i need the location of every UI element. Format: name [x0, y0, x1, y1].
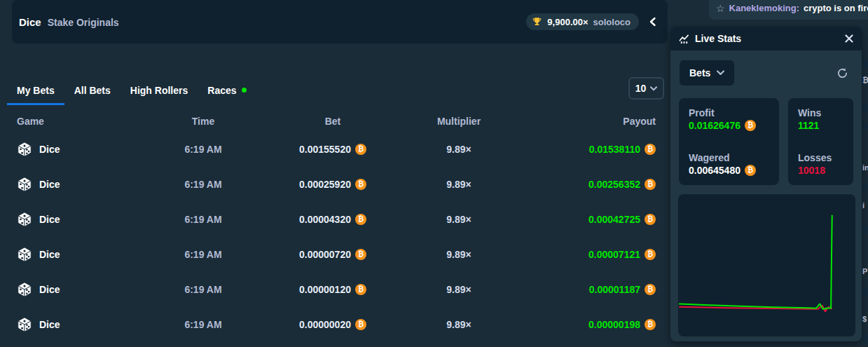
stats-mode-select[interactable]: Bets — [680, 60, 734, 86]
table-body: Dice 6:19 AM 0.00155520 ₿ 9.89× 0.015381… — [0, 132, 669, 342]
breadcrumb: Dice Stake Originals — [19, 16, 119, 28]
live-stats-header[interactable]: Live Stats — [670, 27, 862, 50]
page-title: Dice — [19, 16, 41, 28]
bet-time: 6:19 AM — [119, 144, 287, 155]
payout-amount: 0.00042725 — [588, 214, 640, 225]
chat-bubble-fragment — [862, 123, 868, 130]
tab-all-bets[interactable]: All Bets — [64, 78, 120, 105]
rows-per-page-select[interactable]: 10 — [628, 77, 664, 100]
profit-wagered-card: Profit 0.01626476 ₿ Wagered 0.00645480 ₿ — [679, 98, 779, 185]
tab-high-rollers[interactable]: High Rollers — [120, 78, 198, 105]
wins-value: 1121 — [798, 120, 843, 131]
bitcoin-icon: ₿ — [645, 249, 656, 260]
bet-multiplier: 9.89× — [378, 144, 539, 155]
stats-cards: Profit 0.01626476 ₿ Wagered 0.00645480 ₿ — [679, 98, 853, 185]
star-icon: ☆ — [716, 3, 725, 14]
win-multiplier: 9,900.00× — [547, 17, 588, 27]
chevron-down-icon — [717, 70, 724, 76]
table-row[interactable]: Dice 6:19 AM 0.00155520 ₿ 9.89× 0.015381… — [0, 132, 669, 167]
bet-amount: 0.00000720 — [299, 249, 351, 260]
bitcoin-icon: ₿ — [645, 284, 656, 295]
payout-amount: 0.01538110 — [589, 144, 640, 155]
trophy-icon — [532, 17, 542, 27]
stake-dice-page: Dice Stake Originals 9,900.00× sololoco — [0, 0, 868, 347]
bet-multiplier: 9.89× — [378, 249, 539, 260]
table-row[interactable]: Dice 6:19 AM 0.00004320 ₿ 9.89× 0.000427… — [0, 202, 669, 237]
dice-icon — [17, 247, 32, 262]
losses-label: Losses — [798, 152, 843, 163]
chat-text: crypto is on fire — [804, 3, 868, 13]
bet-time: 6:19 AM — [119, 249, 287, 260]
chat-text-fragment: ₿ — [862, 76, 868, 93]
reset-stats-icon[interactable] — [836, 67, 848, 79]
bitcoin-icon: ₿ — [645, 144, 656, 155]
win-username: sololoco — [593, 17, 631, 27]
col-bet: Bet — [287, 116, 378, 127]
bitcoin-icon: ₿ — [645, 214, 656, 225]
dice-icon — [17, 142, 32, 157]
live-stats-icon — [679, 34, 689, 44]
table-row[interactable]: Dice 6:19 AM 0.00000120 ₿ 9.89× 0.000011… — [0, 272, 669, 307]
bets-tabs: My Bets All Bets High Rollers Races — [7, 77, 256, 105]
bitcoin-icon: ₿ — [355, 179, 366, 190]
profit-value: 0.01626476 — [689, 120, 740, 131]
bitcoin-icon: ₿ — [745, 120, 756, 131]
game-name: Dice — [39, 319, 60, 330]
tab-my-bets[interactable]: My Bets — [7, 78, 64, 105]
bitcoin-icon: ₿ — [355, 214, 366, 225]
chat-message[interactable]: ☆ Kaneklemoking: crypto is on fire — [709, 0, 868, 20]
provider-link[interactable]: Stake Originals — [48, 17, 119, 28]
chat-bubble-fragment — [862, 226, 868, 234]
bet-time: 6:19 AM — [119, 319, 287, 330]
collapse-chevron-icon[interactable] — [649, 17, 656, 27]
table-row[interactable]: Dice 6:19 AM 0.00025920 ₿ 9.89× 0.002563… — [0, 167, 669, 202]
chat-bubble-fragment — [862, 287, 868, 296]
wins-losses-card: Wins 1121 Losses 10018 — [788, 98, 853, 185]
chat-username: Kaneklemoking — [729, 3, 797, 13]
races-live-dot — [242, 88, 247, 93]
bitcoin-icon: ₿ — [355, 284, 366, 295]
chat-text-fragment: i — [862, 201, 868, 212]
profit-loss-chart — [678, 194, 855, 336]
wins-label: Wins — [798, 107, 843, 118]
bet-amount: 0.00025920 — [299, 179, 351, 190]
chat-text-fragment: in — [862, 163, 868, 174]
payout-amount: 0.00007121 — [588, 249, 640, 260]
bitcoin-icon: ₿ — [645, 179, 656, 190]
bitcoin-icon: ₿ — [355, 249, 366, 260]
chat-bubble-fragment — [862, 60, 868, 68]
col-time: Time — [119, 116, 287, 127]
main-area: Dice Stake Originals 9,900.00× sololoco — [0, 0, 669, 347]
game-name: Dice — [39, 214, 60, 225]
chevron-down-icon — [650, 86, 657, 91]
chat-bubble-fragment — [862, 334, 868, 343]
wagered-label: Wagered — [689, 152, 769, 163]
profit-line — [680, 216, 832, 310]
bitcoin-icon: ₿ — [355, 144, 366, 155]
close-icon[interactable] — [845, 34, 853, 43]
tab-races[interactable]: Races — [198, 78, 256, 105]
bet-multiplier: 9.89× — [378, 284, 539, 295]
live-stats-title: Live Stats — [695, 33, 839, 44]
bet-amount: 0.00004320 — [299, 214, 351, 225]
live-stats-panel: Live Stats Bets Profit — [670, 27, 862, 341]
bitcoin-icon: ₿ — [355, 319, 366, 330]
dice-icon — [17, 282, 32, 297]
bet-amount: 0.00000120 — [299, 284, 351, 295]
bet-time: 6:19 AM — [119, 214, 287, 225]
live-stats-chart — [678, 194, 855, 336]
bet-time: 6:19 AM — [119, 179, 287, 190]
payout-amount: 0.00000198 — [588, 319, 640, 330]
bets-table: Game Time Bet Multiplier Payout — [0, 111, 669, 342]
dice-icon — [17, 317, 32, 332]
table-row[interactable]: Dice 6:19 AM 0.00000720 ₿ 9.89× 0.000071… — [0, 237, 669, 272]
game-header-bar: Dice Stake Originals 9,900.00× sololoco — [12, 0, 668, 43]
table-row[interactable]: Dice 6:19 AM 0.00000020 ₿ 9.89× 0.000001… — [0, 307, 669, 342]
table-header-row: Game Time Bet Multiplier Payout — [0, 111, 669, 132]
bet-amount: 0.00000020 — [299, 319, 351, 330]
last-win-pill[interactable]: 9,900.00× sololoco — [526, 13, 639, 30]
dice-icon — [17, 212, 32, 227]
chat-text-fragment: $ — [862, 315, 868, 326]
col-game: Game — [17, 116, 119, 127]
chat-bubble-fragment — [862, 184, 868, 191]
